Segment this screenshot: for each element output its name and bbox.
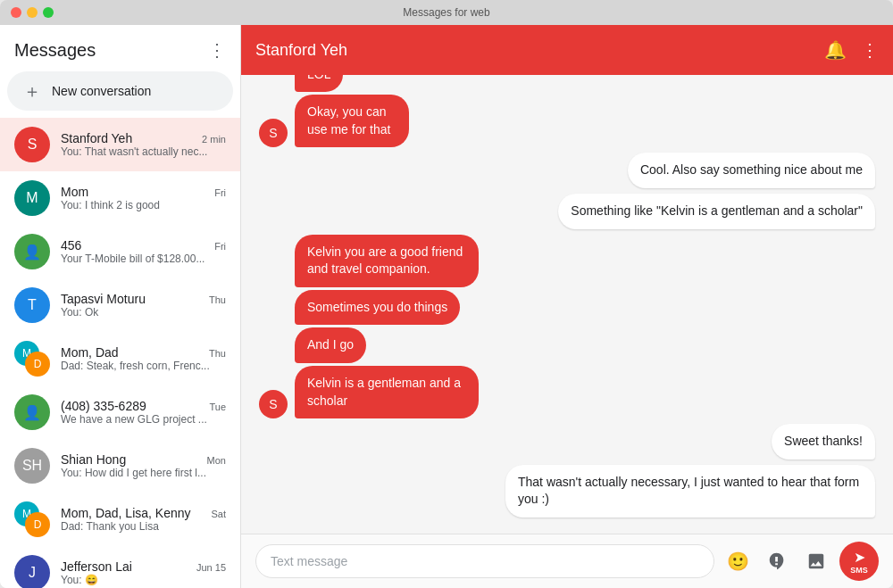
chat-header: Stanford Yeh 🔔 ⋮ xyxy=(241,25,893,75)
conv-name-row: 456 Fri xyxy=(61,238,226,253)
sidebar-item-456[interactable]: 👤 456 Fri Your T-Mobile bill of $128.00.… xyxy=(0,225,240,278)
conv-preview: You: That wasn't actually nec... xyxy=(61,145,226,158)
conv-name: Mom xyxy=(61,185,88,199)
sidebar-menu-icon[interactable]: ⋮ xyxy=(208,39,226,61)
conv-time: Thu xyxy=(209,348,226,359)
chat-header-icons: 🔔 ⋮ xyxy=(824,39,879,61)
new-conversation-label: New conversation xyxy=(52,84,151,98)
sidebar-item-jefferson[interactable]: J Jefferson Lai Jun 15 You: 😄 xyxy=(0,546,240,588)
input-area: 🙂 ➤ SMS xyxy=(241,534,893,588)
send-arrow-icon: ➤ xyxy=(854,549,865,566)
sidebar-item-shianhong[interactable]: SH Shian Hong Mon You: How did I get her… xyxy=(0,439,240,493)
conv-name-row: Jefferson Lai Jun 15 xyxy=(61,559,226,574)
message-row: Something like "Kelvin is a gentleman an… xyxy=(259,194,875,229)
message-bubble: Sometimes you do things xyxy=(295,290,460,326)
message-row: SLOLOkay, you can use me for that xyxy=(259,75,875,147)
conv-time: Thu xyxy=(209,294,226,305)
plus-icon: ＋ xyxy=(21,80,43,102)
conv-name: Mom, Dad xyxy=(61,345,119,360)
maximize-button[interactable] xyxy=(43,7,54,18)
new-conversation-button[interactable]: ＋ New conversation xyxy=(7,71,233,111)
message-row: SKelvin you are a good friend and travel… xyxy=(259,235,875,419)
conv-name: Mom, Dad, Lisa, Kenny xyxy=(61,506,191,520)
conv-name-row: Tapasvi Moturu Thu xyxy=(61,292,226,306)
conv-info: Mom Fri You: I think 2 is good xyxy=(61,185,226,211)
conv-info: Stanford Yeh 2 min You: That wasn't actu… xyxy=(61,131,226,158)
message-group: Kelvin you are a good friend and travel … xyxy=(295,235,602,419)
conv-preview: You: 😄 xyxy=(61,574,226,586)
avatar: 👤 xyxy=(14,394,50,430)
avatar: T xyxy=(14,287,50,323)
message-row: Sweet thanks! xyxy=(259,424,875,460)
window-controls xyxy=(11,7,54,18)
message-bubble: Okay, you can use me for that xyxy=(295,95,409,147)
avatar: J xyxy=(14,555,50,588)
conv-name: Tapasvi Moturu xyxy=(61,292,146,306)
conv-name-row: Stanford Yeh 2 min xyxy=(61,131,226,145)
conv-name-row: (408) 335-6289 Tue xyxy=(61,399,226,413)
sidebar-item-tapasvi[interactable]: T Tapasvi Moturu Thu You: Ok xyxy=(0,278,240,332)
message-bubble: LOL xyxy=(295,75,343,92)
sidebar-item-momdad[interactable]: M D Mom, Dad Thu Dad: Steak, fresh corn,… xyxy=(0,332,240,385)
close-button[interactable] xyxy=(11,7,21,18)
conv-time: Sat xyxy=(211,509,226,519)
notification-icon[interactable]: 🔔 xyxy=(824,39,847,61)
conv-time: Mon xyxy=(207,455,226,466)
sidebar-header: Messages ⋮ xyxy=(0,25,240,71)
send-label: SMS xyxy=(850,566,868,575)
conv-name-row: Shian Hong Mon xyxy=(61,452,226,467)
messages-area: SNahh that would be a shame5:11 PMHey I'… xyxy=(241,75,893,534)
conv-name-row: Mom, Dad, Lisa, Kenny Sat xyxy=(61,506,226,520)
image-icon[interactable] xyxy=(800,545,832,577)
conversation-list: S Stanford Yeh 2 min You: That wasn't ac… xyxy=(0,118,240,588)
sidebar-item-momdadlisakenny[interactable]: M D Mom, Dad, Lisa, Kenny Sat Dad: Thank… xyxy=(0,493,240,546)
sidebar-item-408[interactable]: 👤 (408) 335-6289 Tue We have a new GLG p… xyxy=(0,385,240,439)
conv-name: (408) 335-6289 xyxy=(61,399,146,413)
message-row: That wasn't actually necessary, I just w… xyxy=(259,465,875,518)
conv-info: Tapasvi Moturu Thu You: Ok xyxy=(61,292,226,319)
emoji-icon[interactable]: 🙂 xyxy=(722,545,754,577)
chat-area: Stanford Yeh 🔔 ⋮ SNahh that would be a s… xyxy=(241,25,893,588)
message-bubble: Kelvin you are a good friend and travel … xyxy=(295,235,479,287)
conv-time: Fri xyxy=(214,187,226,198)
sidebar-title: Messages xyxy=(14,40,96,61)
conv-name: Jefferson Lai xyxy=(61,559,132,574)
chat-contact-name: Stanford Yeh xyxy=(255,41,347,60)
title-bar: Messages for web xyxy=(0,0,893,25)
message-group: LOLOkay, you can use me for that xyxy=(295,75,486,147)
conv-name: Stanford Yeh xyxy=(61,131,132,145)
conv-time: Jun 15 xyxy=(196,562,226,573)
sticker-icon[interactable] xyxy=(761,545,793,577)
conv-preview: You: Ok xyxy=(61,306,226,319)
conv-preview: Dad: Thank you Lisa xyxy=(61,520,226,533)
conv-time: Fri xyxy=(214,241,226,252)
message-bubble: Kelvin is a gentleman and a scholar xyxy=(295,366,479,418)
send-button[interactable]: ➤ SMS xyxy=(839,542,879,581)
message-bubble: That wasn't actually necessary, I just w… xyxy=(505,465,875,518)
window-title: Messages for web xyxy=(403,6,489,19)
conv-name: Shian Hong xyxy=(61,452,126,467)
message-input[interactable] xyxy=(255,544,714,578)
conv-name-row: Mom, Dad Thu xyxy=(61,345,226,360)
conv-preview: Your T-Mobile bill of $128.00... xyxy=(61,253,226,265)
sidebar-item-stanford[interactable]: S Stanford Yeh 2 min You: That wasn't ac… xyxy=(0,118,240,171)
conv-info: 456 Fri Your T-Mobile bill of $128.00... xyxy=(61,238,226,265)
message-bubble: Cool. Also say something nice about me xyxy=(628,153,875,188)
conv-time: Tue xyxy=(209,402,226,412)
avatar: S xyxy=(14,127,50,162)
avatar: SH xyxy=(14,448,50,484)
avatar: M xyxy=(14,180,50,216)
message-bubble: Sweet thanks! xyxy=(772,424,875,460)
conv-preview: You: How did I get here first l... xyxy=(61,467,226,479)
minimize-button[interactable] xyxy=(27,7,38,18)
app-container: Messages ⋮ ＋ New conversation S Stanford… xyxy=(0,25,893,588)
conv-info: Shian Hong Mon You: How did I get here f… xyxy=(61,452,226,479)
avatar: 👤 xyxy=(14,234,50,269)
chat-menu-icon[interactable]: ⋮ xyxy=(861,39,879,61)
conv-name-row: Mom Fri xyxy=(61,185,226,199)
message-bubble: Something like "Kelvin is a gentleman an… xyxy=(558,194,875,229)
conv-preview: Dad: Steak, fresh corn, Frenc... xyxy=(61,360,226,372)
avatar: M D xyxy=(14,341,50,377)
conv-info: Jefferson Lai Jun 15 You: 😄 xyxy=(61,559,226,586)
sidebar-item-mom[interactable]: M Mom Fri You: I think 2 is good xyxy=(0,171,240,225)
